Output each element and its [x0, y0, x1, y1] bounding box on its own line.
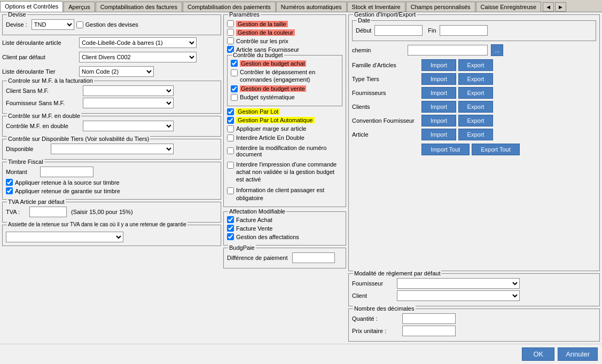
fin-input[interactable]: 03/08/2021 — [440, 25, 488, 36]
gestion-budget-achat-checkbox[interactable] — [231, 60, 238, 67]
fournisseurs-import-btn[interactable]: Import — [421, 87, 456, 99]
devise-select[interactable]: TND — [32, 19, 74, 30]
liste-article-row: Liste déroulante article Code-Libellé-Co… — [2, 37, 221, 48]
liste-article-select[interactable]: Code-Libellé-Code à barres (1) — [79, 37, 197, 48]
info-client-passager-checkbox[interactable] — [227, 187, 234, 194]
retenue-garantie-timbre-checkbox[interactable] — [6, 187, 13, 194]
devise-title: Devise — [7, 12, 27, 18]
prix-unitaire-label: Prix unitaire : — [352, 328, 400, 334]
appliquer-marge-checkbox[interactable] — [227, 125, 234, 132]
tva-label: TVA : — [6, 209, 27, 215]
interdire-modif-numero-checkbox[interactable] — [227, 147, 234, 154]
client-defaut-label: Client par défaut — [2, 54, 77, 60]
tva-hint: (Saisir 15,00 pour 15%) — [71, 209, 133, 215]
tab-compta-factures[interactable]: Comptabilisation des factures — [96, 2, 182, 12]
affectation-title: Affectation Modifiable — [228, 208, 286, 215]
browse-button[interactable]: ... — [491, 44, 503, 56]
retenue-garantie-timbre-label: Appliquer retenue de garantie sur timbre — [15, 188, 120, 194]
gestion-couleur-label: Gestion de la couleur — [236, 29, 295, 36]
gestion-affectations-checkbox[interactable] — [227, 233, 234, 240]
tab-champs-perso[interactable]: Champs personnalisés — [406, 2, 475, 12]
montant-input[interactable]: 0,600 — [40, 167, 93, 177]
controle-mf-double-select[interactable] — [83, 121, 174, 131]
diff-paiement-input[interactable]: 10,000 — [292, 252, 335, 263]
import-tout-button[interactable]: Import Tout — [421, 144, 470, 155]
client-defaut-select[interactable]: Client Divers C002 — [79, 52, 197, 62]
tab-stock-inventaire[interactable]: Stock et Inventaire — [347, 2, 405, 12]
date-group: Date Début 01/01/2021 Fin 03/08/2021 — [352, 20, 596, 41]
diff-paiement-label: Différence de paiement — [227, 255, 288, 261]
gestion-affectations-label: Gestion des affectations — [236, 234, 299, 240]
decimales-group: Nombre des décimales Quantité : 0 Prix u… — [348, 308, 600, 342]
client-modalite-label: Client — [352, 292, 395, 299]
annuler-button[interactable]: Annuler — [558, 347, 598, 361]
famille-articles-export-btn[interactable]: Export — [458, 59, 493, 71]
tva-input[interactable]: 0,00 — [29, 207, 67, 217]
assiette-group: Assiette de la retenue sur TVA dans le c… — [2, 225, 221, 246]
tab-arrow-left[interactable]: ◄ — [543, 2, 554, 12]
chemin-label: chemin — [352, 47, 405, 53]
retenue-source-checkbox[interactable] — [6, 179, 13, 186]
gestion-par-lot-auto-checkbox[interactable] — [227, 117, 234, 124]
affectation-group: Affectation Modifiable Facture Achat Fac… — [223, 211, 346, 246]
gestion-taille-checkbox[interactable] — [227, 20, 234, 27]
controle-depassement-checkbox[interactable] — [231, 69, 238, 76]
type-tiers-label: Type Tiers — [352, 76, 421, 82]
type-tiers-export-btn[interactable]: Export — [458, 73, 493, 85]
gestion-couleur-checkbox[interactable] — [227, 29, 234, 36]
prix-unitaire-input[interactable]: 3 — [402, 326, 456, 336]
fournisseur-modalite-select[interactable] — [397, 278, 520, 289]
timbre-fiscal-title: Timbre Fiscal — [7, 159, 44, 165]
quantite-input[interactable]: 0 — [402, 313, 456, 324]
tab-compta-paiements[interactable]: Comptabilisation des paiements — [183, 2, 276, 12]
fournisseurs-export-btn[interactable]: Export — [458, 87, 493, 99]
fournisseurs-row: Fournisseurs Import Export — [352, 87, 596, 99]
tab-options-controles[interactable]: Options et Contrôles — [0, 1, 63, 12]
controle-prix-label: Contrôle sur les prix — [236, 38, 288, 44]
fournisseur-sans-mf-select[interactable] — [83, 98, 174, 108]
disponible-select[interactable] — [51, 144, 174, 154]
client-modalite-select[interactable] — [397, 290, 520, 301]
article-import-btn[interactable]: Import — [421, 129, 456, 140]
controle-prix-checkbox[interactable] — [227, 37, 234, 44]
chemin-input[interactable]: C:\ — [408, 45, 488, 56]
fournisseur-modalite-label: Fournisseur — [352, 280, 395, 287]
famille-articles-import-btn[interactable]: Import — [421, 59, 456, 71]
tab-apercus[interactable]: Aperçus — [64, 2, 95, 12]
gestion-devises-checkbox[interactable] — [76, 21, 83, 28]
ok-button[interactable]: OK — [522, 347, 554, 361]
interdire-impression-checkbox[interactable] — [227, 162, 234, 169]
tab-arrow-right[interactable]: ► — [555, 2, 566, 12]
debut-label: Début — [356, 27, 371, 34]
convention-fournisseur-import-btn[interactable]: Import — [421, 115, 456, 126]
tab-bar: Options et Contrôles Aperçus Comptabilis… — [0, 0, 602, 12]
parametres-group: Paramètres Gestion de la taille Gestion … — [223, 14, 346, 207]
budget-systematique-checkbox[interactable] — [231, 94, 238, 101]
gestion-budget-vente-checkbox[interactable] — [231, 85, 238, 92]
tva-title: TVA Article par défaut — [7, 199, 66, 205]
gestion-par-lot-label: Gestion Par Lot — [236, 108, 280, 115]
tab-numeros-auto[interactable]: Numéros automatiques — [276, 2, 347, 12]
info-client-passager-label: Information de client passager est oblig… — [236, 186, 342, 202]
liste-tier-select[interactable]: Nom Code (2) — [79, 66, 154, 77]
client-defaut-row: Client par défaut Client Divers C002 — [2, 52, 221, 62]
debut-input[interactable]: 01/01/2021 — [374, 25, 423, 36]
clients-import-btn[interactable]: Import — [421, 101, 456, 113]
export-tout-button[interactable]: Export Tout — [472, 144, 520, 155]
article-export-btn[interactable]: Export — [458, 129, 493, 140]
fin-label: Fin — [428, 27, 436, 34]
assiette-title: Assiette de la retenue sur TVA dans le c… — [7, 221, 187, 227]
gestion-par-lot-checkbox[interactable] — [227, 108, 234, 115]
assiette-select[interactable] — [6, 232, 123, 242]
tab-caisse[interactable]: Caisse Enregistreuse — [476, 2, 542, 12]
interdire-article-double-checkbox[interactable] — [227, 134, 234, 141]
facture-vente-checkbox[interactable] — [227, 225, 234, 232]
convention-fournisseur-export-btn[interactable]: Export — [458, 115, 493, 126]
facture-achat-checkbox[interactable] — [227, 216, 234, 223]
type-tiers-import-btn[interactable]: Import — [421, 73, 456, 85]
controle-disponible-group: Contrôle sur Disponible Tiers (Voir solv… — [2, 139, 221, 160]
client-sans-mf-select[interactable] — [83, 85, 174, 96]
liste-article-label: Liste déroulante article — [2, 39, 77, 46]
fournisseurs-label: Fournisseurs — [352, 90, 421, 96]
clients-export-btn[interactable]: Export — [458, 101, 493, 113]
